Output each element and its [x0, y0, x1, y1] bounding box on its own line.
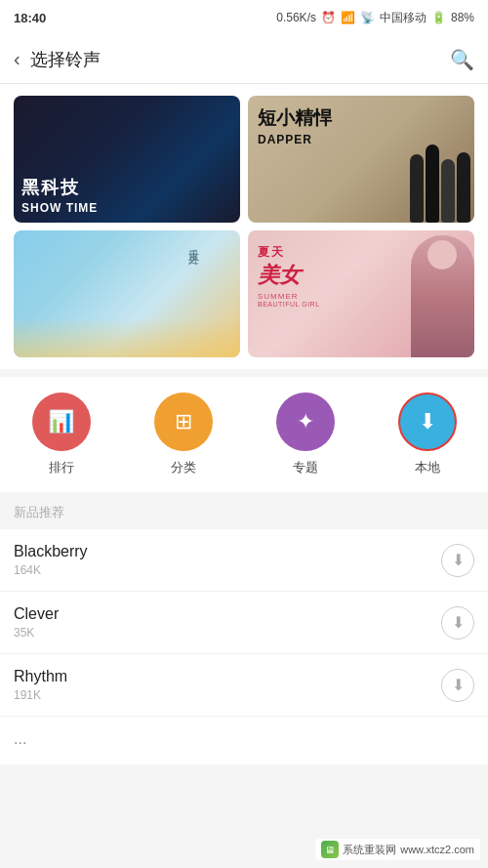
- rank-icon-circle: 📊: [32, 393, 91, 451]
- banner-1-line2: SHOW TIME: [21, 201, 232, 215]
- song-name-1: Blackberry: [14, 543, 441, 560]
- carrier-label: 中国移动: [380, 10, 427, 26]
- wand-icon: ✦: [297, 409, 314, 434]
- download-btn-3[interactable]: ⬇: [441, 669, 474, 702]
- song-list: Blackberry 164K ⬇ Clever 35K ⬇ Rhythm 19…: [0, 529, 488, 765]
- page-title: 选择铃声: [30, 48, 450, 71]
- song-name-2: Clever: [14, 605, 441, 623]
- signal-icon: 📡: [360, 11, 375, 24]
- local-icon-circle: ⬇: [398, 393, 457, 451]
- download-icon: ⬇: [419, 409, 436, 434]
- category-label: 分类: [171, 459, 196, 476]
- banner-1-text: 黑科技 SHOW TIME: [14, 168, 240, 223]
- grid-icon: ⊞: [175, 409, 192, 434]
- status-time: 18:40: [14, 11, 46, 25]
- wifi-icon: 📶: [341, 11, 355, 24]
- download-btn-2[interactable]: ⬇: [441, 606, 474, 640]
- section-title: 新品推荐: [14, 505, 64, 519]
- category-area: 📊 排行 ⊞ 分类 ✦ 专题 ⬇ 本地: [0, 377, 488, 492]
- song-name-3: Rhythm: [14, 668, 441, 685]
- banner-4-sub: SUMMER: [258, 292, 320, 301]
- song-item-1: Blackberry 164K ⬇: [0, 529, 488, 592]
- song-name-4: ...: [14, 730, 474, 748]
- battery-icon: 🔋: [431, 11, 446, 24]
- cat-category[interactable]: ⊞ 分类: [154, 393, 213, 476]
- watermark-text: 系统重装网: [343, 843, 396, 857]
- banner-card-3[interactable]: 千里之外: [14, 230, 240, 357]
- song-info-4: ...: [14, 730, 474, 751]
- local-label: 本地: [415, 459, 440, 476]
- song-size-2: 35K: [14, 626, 441, 640]
- song-info-1: Blackberry 164K: [14, 543, 441, 577]
- banner-4-sub2: BEAUTIFUL GIRL: [258, 301, 320, 308]
- banner-card-2[interactable]: 短小精悍 DAPPER: [248, 96, 474, 223]
- topic-label: 专题: [293, 459, 318, 476]
- banner-card-1[interactable]: 黑科技 SHOW TIME: [14, 96, 240, 223]
- search-icon[interactable]: 🔍: [450, 48, 474, 71]
- topic-icon-circle: ✦: [276, 393, 335, 451]
- banner-4-season: 夏天: [258, 244, 320, 261]
- song-info-2: Clever 35K: [14, 605, 441, 640]
- header: ‹ 选择铃声 🔍: [0, 35, 488, 84]
- cat-local[interactable]: ⬇ 本地: [398, 393, 457, 476]
- watermark-url: www.xtcz2.com: [400, 844, 474, 855]
- banner-1-line1: 黑科技: [21, 176, 232, 199]
- song-item-4: ...: [0, 717, 488, 765]
- banner-3-vertical: 千里之外: [186, 240, 201, 248]
- cat-topic[interactable]: ✦ 专题: [276, 393, 335, 476]
- watermark-icon: 🖥: [321, 841, 339, 858]
- cat-rank[interactable]: 📊 排行: [32, 393, 91, 476]
- watermark: 🖥 系统重装网 www.xtcz2.com: [315, 839, 480, 860]
- alarm-icon: ⏰: [321, 11, 336, 24]
- bar-chart-icon: 📊: [48, 409, 74, 434]
- banner-area: 黑科技 SHOW TIME 短小精悍 DAPPER 千里之外 夏天: [0, 84, 488, 369]
- song-item-3: Rhythm 191K ⬇: [0, 654, 488, 717]
- battery-label: 88%: [451, 11, 474, 24]
- status-center: 0.56K/s ⏰ 📶 📡 中国移动 🔋 88%: [276, 10, 474, 26]
- rank-label: 排行: [49, 459, 74, 476]
- section-label: 新品推荐: [0, 492, 488, 529]
- network-speed: 0.56K/s: [276, 11, 316, 24]
- banner-4-title: 美女: [258, 261, 320, 290]
- status-bar: 18:40 0.56K/s ⏰ 📶 📡 中国移动 🔋 88%: [0, 0, 488, 35]
- banner-card-4[interactable]: 夏天 美女 SUMMER BEAUTIFUL GIRL: [248, 230, 474, 357]
- song-size-1: 164K: [14, 563, 441, 577]
- song-info-3: Rhythm 191K: [14, 668, 441, 702]
- song-item-2: Clever 35K ⬇: [0, 592, 488, 654]
- song-size-3: 191K: [14, 688, 441, 702]
- category-icon-circle: ⊞: [154, 393, 213, 451]
- download-btn-1[interactable]: ⬇: [441, 544, 474, 577]
- back-button[interactable]: ‹: [14, 48, 20, 70]
